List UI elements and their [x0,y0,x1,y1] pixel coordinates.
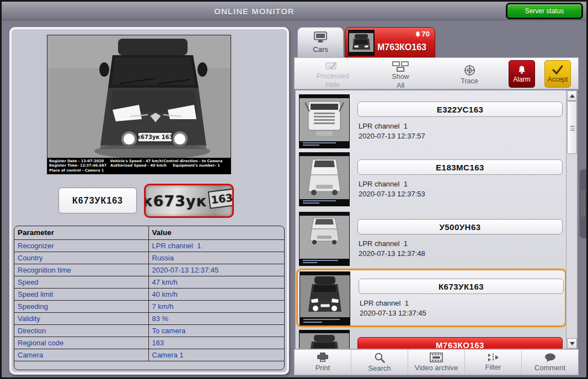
event-channel: LPR channel 1 [360,299,409,307]
filter-label: Filter [485,363,501,371]
vehicle-photo-image: к673ук 163 [47,35,231,174]
title-bar: ONLINE MONITOR Server status [2,2,586,20]
list-item[interactable]: У500УН63 LPR channel 1 2020-07-13 12:37:… [297,211,566,267]
window-title: ONLINE MONITOR [2,2,507,20]
param-name: Recognizer [14,239,148,252]
splitter-grip-dots [581,190,585,217]
table-row[interactable]: CameraCamera 1 [14,349,284,361]
alarm-count-badge: 70 [415,30,430,38]
param-name: Camera [14,349,148,361]
event-plate-number[interactable]: Е183МС163 [357,159,563,175]
table-row[interactable]: Recognition time2020-07-13 12:37:45 [14,264,284,276]
event-plate-number[interactable]: Е322УС163 [357,102,563,117]
processed-hide-button[interactable]: Processed Hide [309,61,356,89]
show-label-1: Show [392,73,409,81]
alarm-button[interactable]: Alarm [509,60,535,88]
scrollbar-thumb[interactable] [567,101,577,154]
accept-label: Accept [548,76,568,83]
trace-label: Trace [461,77,478,85]
bell-icon [415,31,421,38]
print-icon [317,353,329,362]
param-value: 47 km/h [148,276,284,288]
param-name: Direction [14,324,148,337]
event-time: 2020-07-13 12:37:45 [360,309,426,317]
filter-button[interactable]: Filter [465,350,522,375]
parameters-table: Parameter Value RecognizerLPR channel 1 … [14,226,285,370]
table-row[interactable]: RecognizerLPR channel 1 [14,239,284,252]
accept-check-icon [552,65,564,74]
param-name: Speed limit [14,288,148,300]
tab-cars-label: Cars [313,45,328,54]
vehicle-thumbnail [299,94,350,148]
thumb-grip [570,126,575,131]
scroll-down-button[interactable] [567,338,577,349]
server-status-button[interactable]: Server status [506,3,583,19]
table-row[interactable]: Regional code163 [14,337,284,349]
trace-button[interactable]: Trace [451,65,488,85]
header-value: Value [148,226,284,239]
search-button[interactable]: Search [351,350,408,375]
param-value: 83 % [148,312,284,324]
print-button[interactable]: Print [295,350,351,375]
table-row[interactable]: Speed limit40 km/h [14,288,284,300]
trace-icon [464,65,475,76]
accept-button[interactable]: Accept [544,60,571,88]
show-label-2: All [397,82,404,89]
processed-plate-icon [325,61,340,71]
video-archive-icon [430,353,443,362]
plate-crop-image[interactable]: к673ук 163 [144,184,234,218]
table-row[interactable]: DirectionTo camera [14,324,284,337]
vehicle-thumbnail [299,330,350,349]
event-channel: LPR channel 1 [359,180,408,188]
event-plate-number[interactable]: У500УН63 [357,219,563,234]
event-plate-number-alarm[interactable]: М763КО163 [357,337,563,349]
param-value: LPR channel 1 [148,239,284,252]
event-time: 2020-07-13 12:37:57 [359,132,425,140]
param-value: 7 km/h [148,300,284,312]
events-panel: Cars 70 М763КО163 [294,26,579,375]
comment-icon [544,353,556,362]
plate-crop-number: к673ук [144,193,207,210]
comment-button[interactable]: Comment [522,350,578,375]
recognized-plate-text[interactable]: К673УК163 [58,188,137,213]
print-label: Print [316,364,330,372]
scroll-up-button[interactable] [567,90,577,101]
param-name: Speeding [14,300,148,312]
processed-label-2: Hide [325,81,340,89]
event-time: 2020-07-13 12:37:48 [359,249,425,258]
panel-splitter-handle[interactable] [579,169,586,238]
event-time: 2020-07-13 12:37:53 [359,190,425,198]
caption-line-3: Place of control - Camera 1 [49,168,229,173]
param-name: Speed [14,276,148,288]
vehicle-photo[interactable]: к673ук 163 Register Date - 13-07-2020 Ve… [47,35,231,174]
param-value: To camera [148,324,284,337]
list-item[interactable]: Е183МС163 LPR channel 1 2020-07-13 12:37… [297,151,566,207]
show-all-button[interactable]: Show All [378,61,423,89]
vehicle-thumbnail [299,152,350,206]
event-channel: LPR channel 1 [359,122,408,130]
filter-icon [486,353,500,362]
list-scrollbar[interactable] [566,90,577,349]
param-name: Regional code [14,337,148,349]
table-row[interactable]: Speeding7 km/h [14,300,284,312]
table-row[interactable]: CountryRussia [14,252,284,264]
list-item-selected[interactable]: К673УК163 LPR channel 1 2020-07-13 12:37… [296,269,566,327]
alarm-count: 70 [422,30,430,38]
tab-cars[interactable]: Cars [297,27,344,57]
caption-line-1: Register Date - 13-07-2020 Vehicle's Spe… [49,159,229,164]
param-value: 40 km/h [148,288,284,300]
param-value: Camera 1 [148,349,284,361]
list-item-alarm[interactable]: М763КО163 [297,329,566,349]
arrow-up-icon [570,94,575,98]
list-item[interactable]: Е322УС163 LPR channel 1 2020-07-13 12:37… [297,93,566,150]
event-channel: LPR channel 1 [359,239,408,248]
caption-line-2: Register Time- 12:37:46.687 Authorized S… [49,163,229,168]
table-row[interactable]: Speed47 km/h [14,276,284,288]
header-parameter: Parameter [14,226,148,239]
table-row[interactable]: Validity83 % [14,312,284,324]
event-plate-number[interactable]: К673УК163 [359,279,564,294]
video-archive-button[interactable]: Video archive [408,350,465,375]
table-header-row: Parameter Value [14,226,284,239]
show-all-icon [392,61,409,72]
tab-alarm-event[interactable]: 70 М763КО163 [345,27,435,57]
